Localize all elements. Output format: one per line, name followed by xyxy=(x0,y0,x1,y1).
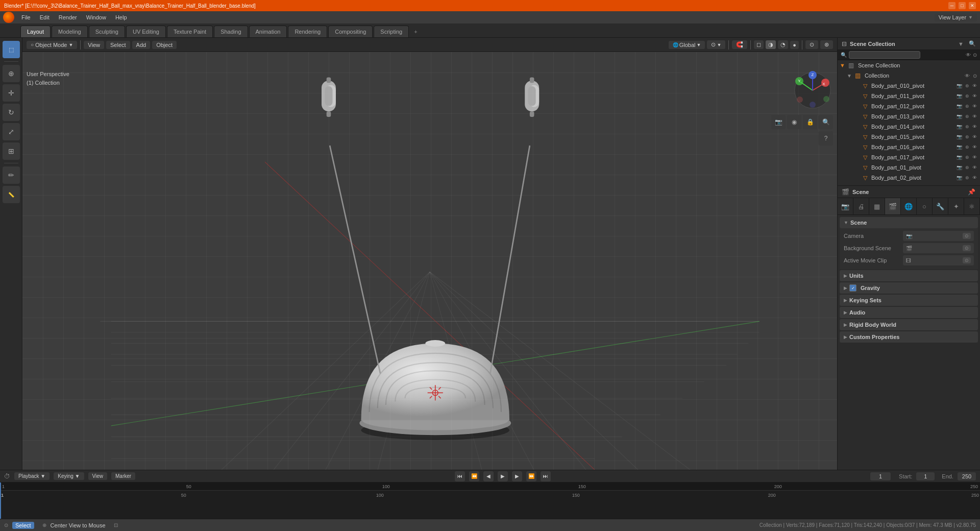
blender-logo[interactable] xyxy=(3,12,14,23)
menu-help[interactable]: Help xyxy=(111,13,131,21)
outliner-item-body-part-011-pivot[interactable]: ▽ Body_part_011_pivot 📷 ⊛ 👁 xyxy=(838,91,980,101)
item-camera-icon[interactable]: 📷 xyxy=(957,93,962,99)
item-eye-icon[interactable]: 👁 xyxy=(972,134,977,139)
lock-btn[interactable]: 🔒 xyxy=(803,115,817,129)
item-camera-icon[interactable]: 📷 xyxy=(957,155,962,160)
prop-object-icon[interactable]: ○ xyxy=(917,198,933,214)
outliner-scene-collection[interactable]: ▼ ▥ Scene Collection xyxy=(838,60,980,70)
item-camera-icon[interactable]: 📷 xyxy=(957,83,962,88)
item-vis-icon[interactable]: ⊛ xyxy=(965,83,969,88)
outliner-item-body-part-02-pivot[interactable]: ▽ Body_part_02_pivot 📷 ⊛ 👁 xyxy=(838,173,980,183)
scale-tool[interactable]: ⤢ xyxy=(3,123,20,140)
navigation-gizmo[interactable]: X Y Z xyxy=(792,70,833,111)
bg-scene-browse-btn[interactable]: ⊙ xyxy=(963,245,971,251)
item-eye-icon[interactable]: 👁 xyxy=(972,93,977,99)
movie-clip-browse-btn[interactable]: ⊙ xyxy=(963,257,971,263)
menu-render[interactable]: Render xyxy=(55,13,81,21)
view-menu[interactable]: View xyxy=(84,41,104,49)
close-button[interactable]: ✕ xyxy=(969,2,976,9)
select-menu[interactable]: Select xyxy=(106,41,130,49)
item-camera-icon[interactable]: 📷 xyxy=(957,134,962,139)
item-vis-icon[interactable]: ⊛ xyxy=(965,93,969,99)
menu-window[interactable]: Window xyxy=(82,13,110,21)
pivot-selector[interactable]: ⊙ ▼ xyxy=(707,40,725,49)
outliner-search-input[interactable] xyxy=(849,51,920,59)
overlay-toggle[interactable]: ⊙ xyxy=(805,40,818,49)
viewport[interactable]: ○ Object Mode ▼ View Select Add Object 🌐… xyxy=(22,38,837,470)
collection-view[interactable]: ⊙ xyxy=(973,73,977,79)
solid-btn[interactable]: ◑ xyxy=(766,40,776,49)
tab-modeling[interactable]: Modeling xyxy=(52,26,88,37)
item-eye-icon[interactable]: 👁 xyxy=(972,83,977,88)
maximize-button[interactable]: □ xyxy=(959,2,966,9)
outliner-item-body-part-015-pivot[interactable]: ▽ Body_part_015_pivot 📷 ⊛ 👁 xyxy=(838,132,980,142)
camera-value[interactable]: 📷 ⊙ xyxy=(903,231,974,241)
item-camera-icon[interactable]: 📷 xyxy=(957,114,962,119)
item-vis-icon[interactable]: ⊛ xyxy=(965,104,969,109)
item-eye-icon[interactable]: 👁 xyxy=(972,175,977,180)
item-camera-icon[interactable]: 📷 xyxy=(957,124,962,129)
item-camera-icon[interactable]: 📷 xyxy=(957,165,962,170)
scene-section-header[interactable]: ▼ Scene xyxy=(840,217,978,228)
tab-compositing[interactable]: Compositing xyxy=(328,26,373,37)
filter-all-icon[interactable]: 👁 xyxy=(966,52,971,58)
outliner-filter-btn[interactable]: ▼ xyxy=(958,41,964,47)
active-movie-clip-value[interactable]: 🎞 ⊙ xyxy=(903,255,974,266)
outliner-item-body-part-012-pivot[interactable]: ▽ Body_part_012_pivot 📷 ⊛ 👁 xyxy=(838,101,980,111)
search-viewport-btn[interactable]: 🔍 xyxy=(819,115,833,129)
outliner-item-body-part-017-pivot[interactable]: ▽ Body_part_017_pivot 📷 ⊛ 👁 xyxy=(838,152,980,162)
minimize-button[interactable]: ─ xyxy=(948,2,955,9)
item-camera-icon[interactable]: 📷 xyxy=(957,144,962,150)
filter-select-icon[interactable]: ⊙ xyxy=(973,52,977,58)
outliner-item-body-part-01-pivot[interactable]: ▽ Body_part_01_pivot 📷 ⊛ 👁 xyxy=(838,162,980,173)
help-icon-btn[interactable]: ? xyxy=(819,131,833,146)
measure-tool[interactable]: 📏 xyxy=(3,186,20,203)
keying-sets-section-header[interactable]: ▶ Keying Sets xyxy=(840,295,978,306)
rigid-body-section-header[interactable]: ▶ Rigid Body World xyxy=(840,319,978,330)
item-vis-icon[interactable]: ⊛ xyxy=(965,155,969,160)
tab-sculpting[interactable]: Sculpting xyxy=(89,26,125,37)
global-transform-selector[interactable]: 🌐 Global ▼ xyxy=(669,41,705,49)
rotate-tool[interactable]: ↻ xyxy=(3,104,20,121)
prop-render-icon[interactable]: 📷 xyxy=(838,198,853,214)
playhead[interactable] xyxy=(0,482,1,519)
end-frame-field[interactable]: 250 xyxy=(958,472,976,480)
item-vis-icon[interactable]: ⊛ xyxy=(965,175,969,180)
tab-rendering[interactable]: Rendering xyxy=(288,26,327,37)
outliner-item-body-part-016-pivot[interactable]: ▽ Body_part_016_pivot 📷 ⊛ 👁 xyxy=(838,142,980,152)
item-camera-icon[interactable]: 📷 xyxy=(957,104,962,109)
gravity-checkbox[interactable]: ✓ xyxy=(849,284,856,292)
prop-world-icon[interactable]: 🌐 xyxy=(901,198,917,214)
tab-texture-paint[interactable]: Texture Paint xyxy=(167,26,213,37)
current-frame-field[interactable]: 1 xyxy=(870,472,891,480)
move-tool[interactable]: ✛ xyxy=(3,84,20,102)
outliner-item-body-part-014-pivot[interactable]: ▽ Body_part_014_pivot 📷 ⊛ 👁 xyxy=(838,122,980,132)
background-scene-value[interactable]: 🎬 ⊙ xyxy=(903,243,974,253)
menu-file[interactable]: File xyxy=(17,13,35,21)
cursor-tool[interactable]: ⊕ xyxy=(3,65,20,82)
units-section-header[interactable]: ▶ Units xyxy=(840,270,978,281)
rendered-btn[interactable]: ● xyxy=(790,41,799,49)
item-vis-icon[interactable]: ⊛ xyxy=(965,124,969,129)
jump-end-btn[interactable]: ⏭ xyxy=(541,471,551,481)
collection-eye[interactable]: 👁 xyxy=(965,73,970,79)
item-eye-icon[interactable]: 👁 xyxy=(972,124,977,129)
outliner-collection[interactable]: ▼ ▥ Collection 👁 ⊙ xyxy=(838,70,980,81)
item-vis-icon[interactable]: ⊛ xyxy=(965,165,969,170)
custom-properties-section-header[interactable]: ▶ Custom Properties xyxy=(840,331,978,343)
annotate-tool[interactable]: ✏ xyxy=(3,166,20,184)
item-eye-icon[interactable]: 👁 xyxy=(972,104,977,109)
snap-toggle[interactable]: 🧲 xyxy=(732,40,747,49)
gizmo-toggle[interactable]: ⊛ xyxy=(820,40,833,49)
outliner-item-body-part-013-pivot[interactable]: ▽ Body_part_013_pivot 📷 ⊛ 👁 xyxy=(838,111,980,122)
prop-scene-icon[interactable]: 🎬 xyxy=(885,198,901,214)
keying-menu[interactable]: Keying ▼ xyxy=(54,472,84,480)
start-frame-field[interactable]: 1 xyxy=(916,472,935,480)
prop-view-layer-icon[interactable]: ▦ xyxy=(869,198,885,214)
tab-shading[interactable]: Shading xyxy=(214,26,248,37)
select-box-tool[interactable]: ⬚ xyxy=(3,41,20,58)
jump-start-btn[interactable]: ⏮ xyxy=(455,471,465,481)
add-menu[interactable]: Add xyxy=(132,41,151,49)
object-mode-selector[interactable]: ○ Object Mode ▼ xyxy=(27,41,77,49)
marker-menu[interactable]: Marker xyxy=(111,472,135,480)
